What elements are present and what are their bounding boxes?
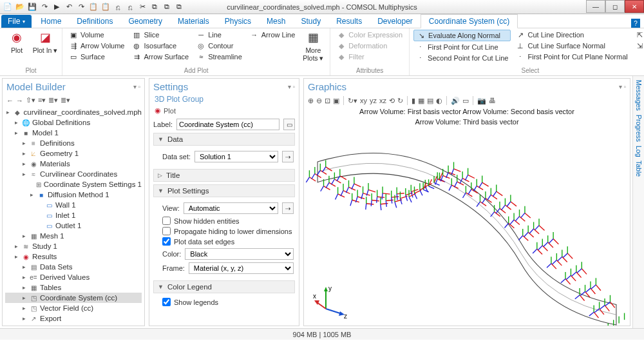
redo-view-icon[interactable]: ↻ xyxy=(397,97,403,105)
qat-button-1[interactable]: 📂 xyxy=(15,2,25,12)
second-point-for-cut-line-button[interactable]: ⋅Second Point for Cut Line xyxy=(413,53,511,63)
qat-button-0[interactable]: 📄 xyxy=(3,2,13,12)
qat-button-9[interactable]: ⎌ xyxy=(113,2,123,12)
qat-button-7[interactable]: 📋 xyxy=(88,2,99,12)
qat-button-12[interactable]: ⧉ xyxy=(149,2,160,12)
tab-physics[interactable]: Physics xyxy=(217,15,259,28)
panel-ctl-icon[interactable]: ▾ ▫ xyxy=(133,83,140,90)
nav-fwd-icon[interactable]: → xyxy=(16,97,23,104)
first-cut-plane-button[interactable]: ⇲ xyxy=(633,41,644,51)
cut-line-surface-normal-button[interactable]: ⊥Cut Line Surface Normal xyxy=(513,41,630,51)
tree-item-tables[interactable]: ▸▦Tables xyxy=(5,282,142,293)
qat-button-11[interactable]: ✂ xyxy=(137,2,147,12)
collapse-icon[interactable]: ≣▾ xyxy=(48,96,58,104)
qat-button-6[interactable]: ↷ xyxy=(76,2,86,12)
label-aux-button[interactable]: ▭ xyxy=(283,119,295,130)
section-plot-settings[interactable]: ▼Plot Settings xyxy=(153,184,295,197)
arrow-line-button[interactable]: →Arrow Line xyxy=(247,30,298,40)
plot-in-button[interactable]: ◪ Plot In ▾ xyxy=(32,30,58,54)
tree-item-inlet-1[interactable]: ▭Inlet 1 xyxy=(5,210,142,220)
minimize-button[interactable]: — xyxy=(586,0,605,13)
tab-home[interactable]: Home xyxy=(33,15,69,28)
qat-button-3[interactable]: ↷ xyxy=(39,2,50,12)
tree-item-outlet-1[interactable]: ▭Outlet 1 xyxy=(5,220,142,231)
arrow-volume-button[interactable]: ⇶Arrow Volume xyxy=(66,41,127,51)
plot-edges-checkbox[interactable] xyxy=(162,237,171,246)
show-legends-checkbox[interactable] xyxy=(162,298,171,306)
maximize-button[interactable]: ◻ xyxy=(605,0,625,13)
surface-button[interactable]: ▭Surface xyxy=(66,52,127,62)
qat-button-2[interactable]: 💾 xyxy=(27,2,37,12)
qat-button-8[interactable]: 📋 xyxy=(100,2,111,12)
more-plots-button[interactable]: ▦ More Plots ▾ xyxy=(300,30,326,62)
section-data[interactable]: ▼Data xyxy=(153,133,295,146)
tree-item-wall-1[interactable]: ▭Wall 1 xyxy=(5,200,142,210)
tree-item-results[interactable]: ▸◉Results xyxy=(5,251,142,262)
side-tab-progress[interactable]: Progress xyxy=(635,115,643,142)
tree-item-export[interactable]: ▸↗Export xyxy=(5,313,142,324)
qat-button-5[interactable]: ↶ xyxy=(64,2,74,12)
xy-view-icon[interactable]: xy xyxy=(360,97,367,104)
select-toggle-icon[interactable]: ▮ xyxy=(412,97,415,105)
show-icon[interactable]: ≡▾ xyxy=(38,96,46,104)
tree-item-coordinate-system-settings-1[interactable]: ⊞Coordinate System Settings 1 xyxy=(5,179,142,190)
nav-up-icon[interactable]: ⇧▾ xyxy=(26,96,35,104)
rotate-icon[interactable]: ↻▾ xyxy=(348,97,357,105)
tree-item-reports[interactable]: ▤Reports xyxy=(5,324,142,326)
tree-item-diffusion-method-1[interactable]: ▸■Diffusion Method 1 xyxy=(5,190,142,200)
file-tab[interactable]: File xyxy=(1,15,32,28)
tree-item-derived-values[interactable]: ▸e=Derived Values xyxy=(5,272,142,282)
tab-geometry[interactable]: Geometry xyxy=(120,15,170,28)
line-button[interactable]: ─Line xyxy=(194,30,245,40)
yz-view-icon[interactable]: yz xyxy=(370,97,377,104)
zoom-out-icon[interactable]: ⊖ xyxy=(316,97,322,105)
section-title[interactable]: ▷Title xyxy=(153,169,295,182)
show-hidden-checkbox[interactable] xyxy=(162,217,171,225)
print-icon[interactable]: 🖶 xyxy=(489,97,496,104)
dataset-aux-button[interactable]: ⇢ xyxy=(282,151,294,162)
graphics-canvas[interactable]: Arrow Volume: First basis vector Arrow V… xyxy=(304,106,630,326)
panel-ctl-icon[interactable]: ▾ ▫ xyxy=(288,83,295,90)
tree-item-data-sets[interactable]: ▸▤Data Sets xyxy=(5,262,142,272)
render-icon[interactable]: ▤ xyxy=(427,97,433,105)
tree-item-curvilinear-coordinates-solved-mph[interactable]: ▸◆curvilinear_coordinates_solved.mph xyxy=(5,107,142,117)
xz-view-icon[interactable]: xz xyxy=(379,97,386,104)
qat-button-10[interactable]: ⎌ xyxy=(125,2,135,12)
tree-item-curvilinear-coordinates[interactable]: ▸≈Curvilinear Coordinates xyxy=(5,169,142,179)
side-tab-messages[interactable]: Messages xyxy=(635,80,643,111)
zoom-box-icon[interactable]: ▣ xyxy=(333,97,339,105)
side-tab-table[interactable]: Table xyxy=(635,161,643,177)
first-point-for-cut-line-button[interactable]: ⋅First Point for Cut Line xyxy=(413,42,511,52)
section-color-legend[interactable]: ▼Color Legend xyxy=(153,280,295,293)
contour-button[interactable]: ◎Contour xyxy=(194,41,245,51)
zoom-extents-icon[interactable]: ⊡ xyxy=(325,97,330,105)
tree-item-mesh-1[interactable]: ▸▦Mesh 1 xyxy=(5,231,142,241)
expand-icon[interactable]: ≣▾ xyxy=(61,96,70,104)
volume-button[interactable]: ▣Volume xyxy=(66,30,127,40)
zoom-in-icon[interactable]: ⊕ xyxy=(308,97,314,105)
scene-light-icon[interactable]: ◐ xyxy=(436,97,442,105)
evaluate-along-normal-button[interactable]: ↘Evaluate Along Normal xyxy=(413,30,511,41)
help-button[interactable]: ? xyxy=(631,19,640,28)
tree-item-coordinate-system-cc-[interactable]: ▸◳Coordinate System (cc) xyxy=(5,293,142,303)
tab-coordinate-system[interactable]: Coordinate System (cc) xyxy=(421,14,518,28)
slice-button[interactable]: ▥Slice xyxy=(129,30,191,40)
qat-button-13[interactable]: ⧉ xyxy=(162,2,172,12)
plot-button[interactable]: ◉ Plot xyxy=(4,30,30,54)
frame-select[interactable]: Material (x, y, z) xyxy=(189,262,294,274)
close-button[interactable]: ✕ xyxy=(625,0,644,13)
tree-item-vector-field-cc-[interactable]: ▸◳Vector Field (cc) xyxy=(5,303,142,313)
plot-label[interactable]: Plot xyxy=(164,107,176,115)
tree-item-definitions[interactable]: ▸≡Definitions xyxy=(5,138,142,148)
qat-button-14[interactable]: ⧉ xyxy=(174,2,184,12)
streamline-button[interactable]: ≈Streamline xyxy=(194,52,245,62)
tab-materials[interactable]: Materials xyxy=(170,15,217,28)
dataset-select[interactable]: Solution 1 xyxy=(194,151,278,162)
tree-item-materials[interactable]: ▸◉Materials xyxy=(5,159,142,169)
color-select[interactable]: Black xyxy=(185,248,294,260)
tree-item-study-1[interactable]: ▸≋Study 1 xyxy=(5,241,142,251)
label-input[interactable] xyxy=(176,119,279,130)
side-tab-log[interactable]: Log xyxy=(635,146,643,157)
movie-icon[interactable]: ▭ xyxy=(462,97,469,105)
cut-line-direction-button[interactable]: ↗Cut Line Direction xyxy=(513,30,630,40)
